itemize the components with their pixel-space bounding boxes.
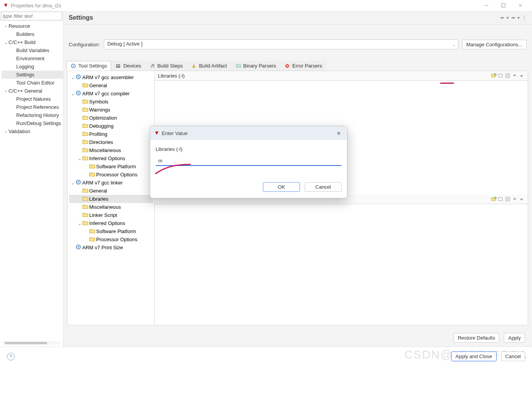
properties-tree-item[interactable]: ⌄C/C++ Build [2, 38, 63, 46]
tool-tree-item[interactable]: ⌄ARM v7 gcc compiler [69, 90, 153, 98]
properties-tree-item[interactable]: Environment [2, 54, 63, 63]
tool-tree-item[interactable]: ⌄Inferred Options [69, 154, 153, 162]
window-minimize-button[interactable] [478, 0, 495, 10]
move-up-icon[interactable] [512, 196, 518, 202]
properties-tree-item[interactable]: Build Variables [2, 46, 63, 54]
tool-tree-label: Linker Script [89, 212, 117, 218]
tab-label: Build Steps [158, 63, 183, 69]
apply-and-close-button[interactable]: Apply and Close [451, 352, 496, 361]
move-down-icon[interactable] [518, 73, 525, 79]
folder-icon [89, 236, 96, 243]
properties-tree-item[interactable]: Logging [2, 63, 63, 71]
tool-tree-item[interactable]: Linker Script [69, 211, 153, 219]
properties-tree[interactable]: ›ResourceBuilders⌄C/C++ BuildBuild Varia… [0, 22, 63, 340]
nav-fwd-menu-icon[interactable]: ▾ [517, 15, 520, 20]
annotation-red-curve [156, 166, 342, 172]
tab-devices[interactable]: Devices [111, 61, 145, 71]
nav-fwd-icon[interactable]: ➡ [511, 15, 515, 20]
folder-icon [89, 228, 96, 235]
enter-value-dialog: Enter Value ✕ Libraries (-l) OK Cancel [150, 126, 347, 198]
tree-twist-icon: ⌄ [70, 74, 75, 80]
gear-icon [75, 90, 82, 97]
tool-tree-item[interactable]: Processor Options [69, 235, 153, 244]
configuration-dropdown[interactable]: Debug [ Active ] ⌄ [104, 39, 458, 49]
tool-tree-item[interactable]: Optimization [69, 114, 153, 122]
tab-tool-settings[interactable]: Tool Settings [66, 61, 111, 71]
move-up-icon[interactable] [512, 73, 518, 79]
tool-tree-item[interactable]: Warnings [69, 106, 153, 114]
properties-tree-item[interactable]: Builders [2, 30, 63, 38]
window-title: Properties for dma_i2s [11, 3, 61, 8]
restore-defaults-button[interactable]: Restore Defaults [454, 333, 500, 343]
tool-tree-item[interactable]: Software Platform [69, 227, 153, 235]
tool-tree-item[interactable]: ⌄Inferred Options [69, 219, 153, 227]
add-entry-icon[interactable] [491, 196, 497, 202]
window-close-button[interactable] [512, 0, 529, 10]
cancel-button[interactable]: Cancel [501, 352, 525, 361]
properties-tree-item[interactable]: Settings [2, 71, 63, 79]
properties-tree-item[interactable]: Run/Debug Settings [2, 119, 63, 127]
tab-label: Binary Parsers [243, 63, 276, 69]
tab-build-artifact[interactable]: Build Artifact [187, 61, 231, 71]
dialog-ok-button[interactable]: OK [263, 182, 300, 192]
tool-tree-item[interactable]: Processor Options [69, 171, 153, 179]
properties-tree-item[interactable]: Project Natures [2, 95, 63, 103]
tool-tree-item[interactable]: General [69, 187, 153, 195]
nav-back-icon[interactable]: ⬅ [500, 15, 504, 20]
delete-entry-icon[interactable] [505, 73, 511, 79]
tab-binary-parsers[interactable]: 01Binary Parsers [231, 61, 280, 71]
tool-tree-item[interactable]: ⌄ARM v7 gcc assembler [69, 73, 153, 81]
tool-tree-item[interactable]: Symbols [69, 98, 153, 106]
folder-icon [82, 147, 89, 154]
tab-label: Error Parsers [292, 63, 322, 69]
move-down-icon[interactable] [518, 196, 525, 202]
add-entry-icon[interactable] [491, 73, 497, 79]
tool-tree-item[interactable]: ⌄ARM v7 gcc linker [69, 179, 153, 187]
properties-tree-item[interactable]: ›Resource [2, 22, 63, 30]
window-maximize-button[interactable] [495, 0, 512, 10]
filter-input[interactable] [1, 12, 62, 20]
tool-tree-label: Profiling [89, 131, 107, 137]
tree-item-label: C/C++ General [8, 88, 42, 94]
window-titlebar: Properties for dma_i2s [0, 0, 532, 11]
tool-tree-item[interactable]: Miscellaneous [69, 146, 153, 154]
nav-back-menu-icon[interactable]: ▾ [507, 15, 509, 20]
tool-settings-tree[interactable]: ⌄ARM v7 gcc assemblerGeneral⌄ARM v7 gcc … [68, 71, 155, 325]
tool-tree-label: Miscellaneous [89, 204, 121, 210]
nav-menu-icon[interactable]: ⋮ [522, 15, 527, 20]
settings-bottom-buttons: Restore Defaults Apply [63, 329, 532, 347]
tool-tree-label: Optimization [89, 115, 117, 121]
manage-configurations-button[interactable]: Manage Configurations... [462, 40, 527, 49]
properties-tree-item[interactable]: ›Validation [2, 127, 63, 135]
properties-tree-item[interactable]: ›C/C++ General [2, 87, 63, 95]
tool-tree-item[interactable]: Directories [69, 138, 153, 146]
delete-entry-icon[interactable] [505, 196, 511, 202]
tool-tree-item[interactable]: ARM v7 Print Size [69, 244, 153, 252]
properties-tree-item[interactable]: Project References [2, 103, 63, 111]
tool-tree-item[interactable]: Debugging [69, 122, 153, 130]
help-icon[interactable]: ? [7, 353, 15, 360]
tool-tree-item[interactable]: Miscellaneous [69, 203, 153, 211]
tab-label: Devices [123, 63, 141, 69]
sidebar-scrollbar[interactable] [2, 341, 61, 345]
tool-tree-item[interactable]: Software Platform [69, 162, 153, 171]
libraries-section-label: Libraries (-l) [158, 73, 491, 79]
tree-twist-icon: › [3, 23, 8, 29]
apply-button[interactable]: Apply [504, 333, 525, 343]
properties-tree-item[interactable]: Refactoring History [2, 111, 63, 119]
edit-entry-icon[interactable] [498, 196, 504, 202]
dialog-close-button[interactable]: ✕ [334, 130, 343, 137]
settings-tabs: Tool SettingsDevicesBuild StepsBuild Art… [63, 61, 532, 71]
tool-tree-item[interactable]: Profiling [69, 130, 153, 138]
dialog-cancel-button[interactable]: Cancel [305, 182, 342, 192]
tab-build-steps[interactable]: Build Steps [146, 61, 187, 71]
search-path-body[interactable] [155, 204, 528, 325]
folder-icon [82, 155, 89, 162]
tool-tree-item[interactable]: General [69, 81, 153, 90]
tree-item-label: Refactoring History [16, 112, 59, 118]
tool-settings-icon [71, 63, 76, 69]
properties-tree-item[interactable]: Tool Chain Editor [2, 79, 63, 87]
edit-entry-icon[interactable] [498, 73, 504, 79]
tab-error-parsers[interactable]: Error Parsers [280, 61, 326, 71]
tool-tree-item[interactable]: Libraries [69, 195, 153, 203]
